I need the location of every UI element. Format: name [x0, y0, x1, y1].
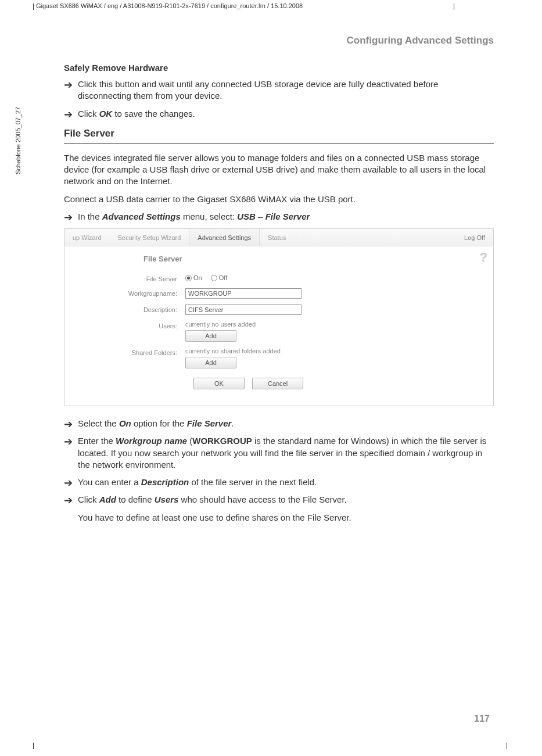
- t: Workgroup name: [116, 436, 187, 446]
- t: Click: [78, 109, 99, 119]
- users-status: currently no users added: [185, 321, 483, 328]
- step-text: You can enter a Description of the file …: [78, 476, 494, 488]
- t: menu, select:: [181, 212, 238, 221]
- file-server-heading: File Server: [64, 128, 494, 139]
- step-click-add: ➔ Click Add to define Users who should h…: [64, 494, 494, 506]
- label-workgroup: Workgroupname:: [75, 288, 185, 297]
- description-input[interactable]: [185, 304, 301, 315]
- help-icon[interactable]: ?: [480, 250, 487, 265]
- arrow-icon: ➔: [64, 109, 78, 120]
- step-enter-description: ➔ You can enter a Description of the fil…: [64, 476, 494, 488]
- t: WORKGROUP: [192, 436, 252, 446]
- t: You have to define at least one use to d…: [78, 513, 307, 522]
- t: option for the: [131, 418, 187, 428]
- field-file-server: On Off: [185, 274, 483, 281]
- crop-mark: [33, 743, 34, 749]
- t: of the file server in the next field.: [189, 477, 317, 487]
- step-text: Enter the Workgroup name (WORKGROUP is t…: [78, 435, 494, 471]
- t: Description: [141, 477, 189, 487]
- button-row: OK Cancel: [193, 378, 483, 389]
- row-file-server-toggle: File Server On Off: [75, 274, 483, 282]
- add-user-button[interactable]: Add: [185, 330, 236, 342]
- t: –: [256, 212, 265, 221]
- arrow-icon: ➔: [64, 436, 78, 447]
- t: File Server: [187, 418, 232, 428]
- t: USB: [237, 212, 256, 221]
- arrow-icon: ➔: [64, 419, 78, 429]
- screenshot-title: File Server: [143, 255, 483, 263]
- t: You can enter a: [78, 477, 141, 487]
- label-shared-folders: Shared Folders:: [75, 347, 185, 356]
- step-save-changes: ➔ Click OK to save the changes.: [64, 108, 494, 120]
- step-text: Click this button and wait until any con…: [78, 78, 494, 102]
- step-note: You have to define at least one use to d…: [78, 512, 494, 524]
- t: File Server: [265, 212, 310, 221]
- workgroup-input[interactable]: [185, 288, 301, 299]
- t: Add: [99, 495, 116, 504]
- arrow-icon: ➔: [64, 495, 78, 506]
- label-description: Description:: [75, 304, 185, 313]
- t: .: [349, 513, 351, 522]
- t: Advanced Settings: [102, 212, 181, 221]
- step-text: Click OK to save the changes.: [78, 108, 494, 120]
- tab-security-wizard[interactable]: Security Setup Wizard: [110, 229, 189, 246]
- doc-header-text: Gigaset SX686 WiMAX / eng / A31008-N919-…: [36, 2, 303, 9]
- t: OK: [99, 109, 113, 119]
- doc-header: Gigaset SX686 WiMAX / eng / A31008-N919-…: [33, 2, 454, 10]
- radio-on-label: On: [193, 274, 202, 281]
- add-folder-button[interactable]: Add: [185, 357, 236, 368]
- step-text: In the Advanced Settings menu, select: U…: [78, 211, 494, 223]
- ok-button[interactable]: OK: [193, 378, 245, 389]
- step-menu-select: ➔ In the Advanced Settings menu, select:…: [64, 211, 494, 223]
- radio-on[interactable]: [185, 275, 192, 281]
- arrow-icon: ➔: [64, 80, 78, 90]
- t: On: [119, 418, 131, 428]
- row-description: Description:: [75, 304, 483, 315]
- t: to save the changes.: [112, 109, 195, 119]
- label-file-server: File Server: [75, 274, 185, 282]
- t: Click: [78, 495, 99, 504]
- label-users: Users:: [75, 321, 185, 329]
- t: In the: [78, 212, 102, 221]
- step-safely-remove-1: ➔ Click this button and wait until any c…: [64, 78, 494, 102]
- shared-status: currently no shared folders added: [185, 347, 483, 354]
- divider: [64, 143, 494, 144]
- step-enter-workgroup: ➔ Enter the Workgroup name (WORKGROUP is…: [64, 435, 494, 471]
- t: who should have access to the File Serve…: [178, 495, 346, 504]
- step-text: Click Add to define Users who should hav…: [78, 494, 494, 506]
- step-text: Select the On option for the File Server…: [78, 418, 494, 429]
- file-server-para1: The devices integrated file server allow…: [64, 152, 494, 188]
- t: Enter the: [78, 436, 116, 446]
- screenshot-body: ? File Server File Server On Off Workgro…: [64, 246, 493, 406]
- t: to define: [116, 495, 155, 504]
- row-shared-folders: Shared Folders: currently no shared fold…: [75, 347, 483, 368]
- arrow-icon: ➔: [64, 212, 78, 223]
- t: Users: [155, 495, 179, 504]
- crop-mark: [507, 743, 507, 749]
- tab-advanced-settings[interactable]: Advanced Settings: [189, 229, 260, 246]
- tab-setup-wizard[interactable]: up Wizard: [64, 229, 110, 246]
- row-users: Users: currently no users added Add: [75, 321, 483, 342]
- radio-off-label: Off: [219, 274, 227, 281]
- tab-bar: up Wizard Security Setup Wizard Advanced…: [64, 229, 493, 246]
- file-server-para2: Connect a USB data carrier to the Gigase…: [64, 194, 494, 205]
- logoff-link[interactable]: Log Off: [456, 234, 493, 241]
- cancel-button[interactable]: Cancel: [252, 378, 303, 389]
- t: Select the: [78, 418, 119, 428]
- step-select-on: ➔ Select the On option for the File Serv…: [64, 418, 494, 429]
- arrow-icon: ➔: [64, 478, 78, 488]
- radio-off[interactable]: [211, 275, 217, 281]
- page-number: 117: [474, 714, 490, 724]
- page-content: Configuring Advanced Settings Safely Rem…: [64, 35, 494, 529]
- tab-status[interactable]: Status: [260, 229, 294, 246]
- row-workgroup: Workgroupname:: [75, 288, 483, 299]
- template-version: Schablone 2005_07_27: [15, 107, 21, 174]
- t: File Server: [307, 513, 349, 522]
- t: (: [187, 436, 192, 446]
- t: .: [231, 418, 234, 428]
- safely-remove-heading: Safely Remove Hardware: [64, 63, 494, 73]
- router-screenshot: up Wizard Security Setup Wizard Advanced…: [64, 228, 494, 406]
- section-title: Configuring Advanced Settings: [64, 35, 494, 46]
